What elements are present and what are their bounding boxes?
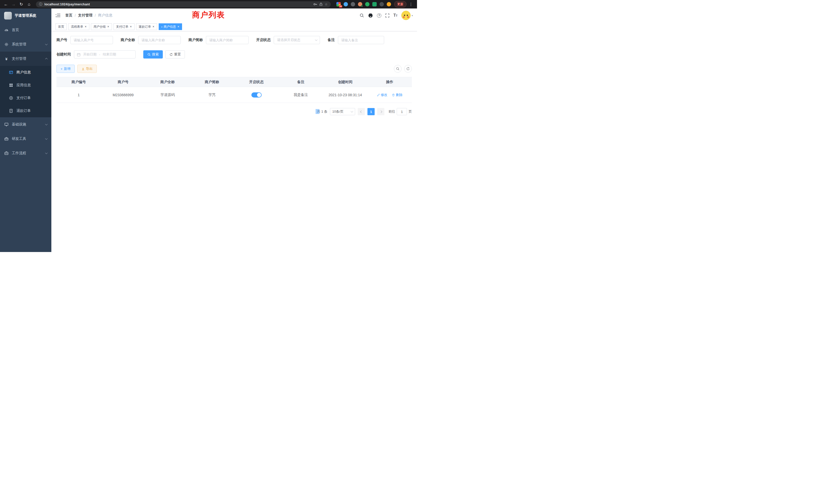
- sidebar-item-label: 研发工具: [12, 137, 26, 141]
- field-merchant-no: 商户号: [57, 36, 113, 44]
- cell-status: [234, 87, 279, 103]
- close-icon[interactable]: ×: [177, 25, 179, 28]
- sidebar-item-payment[interactable]: ¥ 支付管理: [0, 51, 51, 66]
- status-select[interactable]: 请选择开启状态: [274, 36, 320, 44]
- browser-home-button[interactable]: ⌂: [26, 1, 32, 8]
- fullscreen-icon[interactable]: [385, 13, 390, 18]
- extension-icon[interactable]: [365, 2, 370, 6]
- page-size-select[interactable]: 10条/页: [330, 108, 355, 115]
- delete-link[interactable]: 删除: [392, 93, 402, 97]
- browser-back-button[interactable]: ←: [3, 1, 9, 8]
- tab-payment-orders[interactable]: 支付订单 ×: [113, 23, 135, 30]
- sidebar-item-system[interactable]: 系统管理: [0, 37, 51, 51]
- gear-icon: [4, 42, 9, 46]
- search-form-row-2: 创建时间 开始日期 - 结束日期 搜索: [57, 50, 412, 59]
- monitor-icon: [4, 122, 9, 127]
- tags-view-bar: 首页 流程表单 × 用户分组 × 支付订单 × 退款订单 × ● 商户信息 ×: [51, 22, 417, 31]
- remark-input[interactable]: [338, 36, 384, 44]
- sidebar-item-workflow[interactable]: 工作流程: [0, 146, 51, 160]
- sidebar: 芋道管理系统 首页 系统管理 ¥ 支付管理: [0, 8, 51, 252]
- app-logo[interactable]: 芋道管理系统: [0, 8, 51, 23]
- tab-merchant-info[interactable]: ● 商户信息 ×: [159, 23, 182, 30]
- field-label: 商户全称: [121, 38, 135, 42]
- merchant-short-name-input[interactable]: [206, 36, 248, 44]
- goto-page-input[interactable]: [397, 108, 407, 115]
- search-button[interactable]: 搜索: [143, 50, 163, 59]
- column-header: 操作: [368, 77, 412, 87]
- extension-icon[interactable]: [379, 2, 384, 6]
- sidebar-item-infrastructure[interactable]: 基础设施: [0, 117, 51, 132]
- sidebar-item-label: 工作流程: [12, 151, 26, 156]
- search-icon[interactable]: [359, 13, 364, 18]
- avatar: [401, 11, 411, 20]
- close-icon[interactable]: ×: [152, 25, 155, 28]
- extension-icon[interactable]: [358, 2, 362, 6]
- sidebar-item-merchant-info[interactable]: 商户信息: [0, 66, 51, 79]
- cell-full-name: 芋道源码: [145, 87, 190, 103]
- browser-reload-button[interactable]: ↻: [18, 1, 25, 8]
- prev-page-button[interactable]: [358, 108, 365, 115]
- cell-actions: 修改 删除: [368, 87, 412, 103]
- chrome-update-button[interactable]: 更新: [394, 1, 407, 7]
- export-button[interactable]: 导出: [77, 65, 97, 73]
- sidebar-item-payment-orders[interactable]: 支付订单: [0, 92, 51, 105]
- breadcrumb-item[interactable]: 支付管理: [78, 13, 92, 18]
- sidebar-menu: 首页 系统管理 ¥ 支付管理 商户信息: [0, 23, 51, 160]
- extension-icon[interactable]: [351, 2, 355, 6]
- toggle-search-button[interactable]: [394, 65, 401, 73]
- chevron-right-icon: [379, 110, 382, 113]
- close-icon[interactable]: ×: [85, 25, 87, 28]
- address-bar[interactable]: ⓘ localhost:1024/pay/merchant ☆: [36, 1, 331, 7]
- site-info-icon[interactable]: ⓘ: [39, 2, 42, 7]
- extension-icon[interactable]: 10: [336, 2, 341, 6]
- help-icon[interactable]: ?: [377, 13, 381, 18]
- next-page-button[interactable]: [377, 108, 385, 115]
- merchant-no-input[interactable]: [70, 36, 113, 44]
- page-number-1[interactable]: 1: [368, 108, 375, 115]
- github-icon[interactable]: [368, 13, 373, 18]
- tab-refund-orders[interactable]: 退款订单 ×: [136, 23, 157, 30]
- field-remark: 备注: [328, 36, 384, 44]
- close-icon[interactable]: ×: [107, 25, 109, 28]
- status-toggle[interactable]: [251, 92, 262, 97]
- breadcrumb-separator: /: [75, 13, 76, 18]
- create-time-range-picker[interactable]: 开始日期 - 结束日期: [74, 50, 136, 59]
- browser-forward-button[interactable]: →: [10, 1, 17, 8]
- browser-menu-icon[interactable]: ⋮: [408, 2, 414, 7]
- sidebar-item-home[interactable]: 首页: [0, 23, 51, 37]
- sidebar-item-label: 基础设施: [12, 122, 26, 127]
- add-button[interactable]: + 新增: [57, 65, 75, 73]
- sidebar-item-devtools[interactable]: 研发工具: [0, 132, 51, 146]
- tab-label: 退款订单: [139, 25, 151, 29]
- bookmark-star-icon[interactable]: ☆: [325, 2, 328, 6]
- sidebar-item-label: 支付订单: [17, 96, 31, 100]
- sidebar-item-app-info[interactable]: 应用信息: [0, 79, 51, 92]
- breadcrumb-item[interactable]: 首页: [65, 13, 72, 18]
- extension-icon[interactable]: [372, 2, 377, 6]
- delete-link-label: 删除: [396, 93, 402, 97]
- font-size-icon[interactable]: TT: [393, 13, 397, 18]
- top-navbar: 首页 / 支付管理 / 商户信息 ? TT: [51, 8, 417, 22]
- sidebar-item-label: 退款订单: [17, 109, 31, 113]
- table-header-row: 商户编号 商户号 商户全称 商户简称 开启状态 备注 创建时间 操作: [57, 77, 412, 87]
- column-header: 创建时间: [323, 77, 368, 87]
- merchant-full-name-input[interactable]: [138, 36, 181, 44]
- tab-home[interactable]: 首页: [56, 23, 67, 30]
- refresh-table-button[interactable]: [404, 65, 412, 73]
- calendar-icon: [77, 53, 81, 56]
- extension-icon[interactable]: [344, 2, 348, 6]
- sidebar-collapse-icon[interactable]: [56, 13, 61, 18]
- tab-process-form[interactable]: 流程表单 ×: [68, 23, 89, 30]
- password-key-icon[interactable]: [313, 2, 317, 6]
- user-avatar-menu[interactable]: ▾: [401, 11, 413, 20]
- reset-button[interactable]: 重置: [166, 50, 185, 59]
- edit-link[interactable]: 修改: [377, 93, 388, 97]
- extension-icon[interactable]: [387, 2, 391, 6]
- page-unit-label: 页: [409, 109, 412, 114]
- sidebar-item-refund-orders[interactable]: 退款订单: [0, 105, 51, 117]
- share-icon[interactable]: [319, 2, 323, 6]
- close-icon[interactable]: ×: [130, 25, 132, 28]
- tab-user-group[interactable]: 用户分组 ×: [91, 23, 112, 30]
- dashboard-icon: [4, 28, 9, 32]
- tab-label: 支付订单: [116, 25, 128, 29]
